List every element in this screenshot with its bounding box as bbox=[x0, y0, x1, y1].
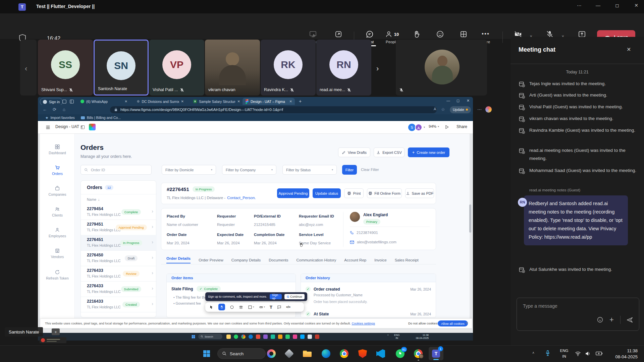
strip-prev-icon[interactable]: ‹ bbox=[25, 64, 27, 73]
frame-tool-icon[interactable] bbox=[239, 305, 243, 309]
deny-cookies-button[interactable]: Do not allow cookies bbox=[408, 321, 437, 325]
sidebar-item-dashboard[interactable]: Dashboard bbox=[41, 144, 74, 155]
emoji-icon[interactable] bbox=[597, 316, 603, 323]
taskbar-search[interactable]: Search bbox=[217, 348, 266, 359]
tray-chevron-up-icon[interactable]: ＾ bbox=[531, 351, 535, 356]
order-row[interactable]: 2276433TL Flex Holdings LLC Review› bbox=[81, 266, 157, 282]
home-icon[interactable]: ⌂ bbox=[63, 107, 65, 112]
pen-tool-icon[interactable] bbox=[230, 305, 234, 309]
chrome-icon[interactable] bbox=[340, 349, 348, 358]
chat-close-icon[interactable]: ✕ bbox=[627, 46, 631, 53]
sidebar-item-companies[interactable]: Companies bbox=[41, 186, 74, 196]
signup-button[interactable]: Sign up bbox=[270, 294, 282, 299]
canvas-scrollbar[interactable] bbox=[469, 204, 471, 233]
text-tool-icon[interactable]: T bbox=[270, 305, 272, 310]
filter-status-select[interactable]: Filter by Status▾ bbox=[282, 165, 337, 175]
figma-zoom-control[interactable]: 94% ▾ bbox=[429, 124, 439, 128]
participant-tile-video[interactable]: vikram chavan bbox=[205, 40, 260, 96]
workspaces-icon[interactable] bbox=[62, 99, 67, 104]
tab-company-details[interactable]: Company Details bbox=[231, 258, 261, 262]
figma-share-button[interactable]: Share bbox=[457, 124, 467, 129]
maximize-icon[interactable]: ◻ bbox=[612, 3, 622, 8]
chrome-profile-icon[interactable] bbox=[414, 349, 423, 358]
participant-tile[interactable]: RN read.ai mee... bbox=[316, 40, 371, 96]
approval-pending-button[interactable]: Approval Pending bbox=[277, 188, 309, 198]
browser-tab-whatsapp[interactable]: (6) WhatsApp✕ bbox=[78, 98, 130, 105]
browser-signin-button[interactable]: Sign in bbox=[40, 98, 63, 106]
participant-tile-selected[interactable]: SN Santosh Narate bbox=[94, 40, 149, 96]
start-button[interactable] bbox=[203, 350, 211, 358]
browser-close-icon[interactable]: ✕ bbox=[467, 99, 470, 103]
address-bar[interactable]: https://www.figma.com/design/9BKQ0FOHRWa… bbox=[110, 106, 437, 113]
copilot-icon[interactable] bbox=[267, 349, 276, 358]
filter-apply-button[interactable]: Filter bbox=[342, 165, 357, 175]
attach-plus-icon[interactable]: + bbox=[609, 315, 614, 324]
refresh-icon[interactable]: ⟳ bbox=[53, 107, 56, 112]
print-button[interactable]: Print bbox=[344, 188, 364, 198]
sidebar-item-employees[interactable]: Employees bbox=[41, 227, 74, 238]
file-explorer-icon[interactable] bbox=[303, 351, 312, 357]
close-tab-icon[interactable]: ✕ bbox=[237, 100, 240, 103]
new-tab-icon[interactable]: + bbox=[299, 99, 302, 104]
vertical-tabs-icon[interactable] bbox=[69, 99, 74, 104]
minimize-icon[interactable]: — bbox=[593, 3, 603, 8]
close-tab-icon[interactable]: ✕ bbox=[289, 100, 292, 103]
move-tool-icon[interactable] bbox=[209, 305, 214, 309]
sidebar-item-orders[interactable]: Orders bbox=[41, 165, 74, 176]
mic-active-icon[interactable] bbox=[545, 350, 551, 357]
order-row[interactable]: 2276433TL Flex Holdings LLC Submitted› bbox=[81, 281, 157, 297]
filter-domicile-select[interactable]: Filter by Domicile▾ bbox=[162, 165, 216, 175]
order-id-search-input[interactable]: Order ID bbox=[80, 165, 152, 175]
favorite-star-icon[interactable]: ☆ bbox=[441, 107, 445, 112]
browser-tab-figma-active[interactable]: Design - UAT – Figma✕ bbox=[243, 98, 295, 105]
order-row[interactable]: 2216433TL Flex Holdings LLC Created› bbox=[81, 297, 157, 312]
sidebar-item-refresh-token[interactable]: Refresh Token bbox=[41, 269, 74, 280]
resources-tool-icon[interactable]: ▾ bbox=[259, 305, 265, 309]
sidebar-item-vendors[interactable]: Vendors bbox=[41, 248, 74, 259]
cookie-close-icon[interactable]: ✕ bbox=[466, 321, 468, 325]
collaborator-avatar[interactable]: A bbox=[415, 124, 422, 131]
close-icon[interactable]: ✕ bbox=[631, 3, 641, 8]
google-continue-button[interactable]: G Continue bbox=[284, 294, 305, 299]
close-tab-icon[interactable]: ✕ bbox=[181, 100, 184, 103]
edge-icon[interactable] bbox=[322, 349, 330, 358]
browser-profile-avatar[interactable] bbox=[485, 106, 492, 113]
titlebar-more-icon[interactable]: ⋯ bbox=[574, 3, 584, 8]
hand-tool-icon-selected[interactable] bbox=[218, 304, 225, 310]
allow-cookies-button[interactable]: Allow all cookies bbox=[438, 320, 468, 326]
cookie-settings-link[interactable]: Cookies settings bbox=[352, 321, 375, 325]
send-icon[interactable] bbox=[626, 316, 633, 323]
add-overlay-button[interactable]: + bbox=[52, 328, 60, 335]
tab-invoice[interactable]: Invoice bbox=[374, 258, 386, 262]
present-play-icon[interactable] bbox=[444, 125, 449, 129]
participant-tile[interactable]: RK Ravindra K... bbox=[261, 40, 316, 96]
wifi-icon[interactable] bbox=[575, 351, 581, 356]
spotlight-tile[interactable] bbox=[396, 40, 487, 96]
bills-folder-item[interactable]: Bills | Billing and Co... bbox=[81, 116, 121, 120]
import-favorites-item[interactable]: ★ Import favorites bbox=[45, 116, 75, 120]
list-column-header[interactable]: Name↓ bbox=[87, 197, 100, 201]
comment-tool-icon[interactable] bbox=[277, 305, 281, 309]
shape-tool-icon[interactable]: ▾ bbox=[248, 305, 254, 309]
clock[interactable]: 11:3808-04-2025 bbox=[605, 348, 638, 360]
battery-icon[interactable] bbox=[596, 351, 602, 356]
clear-filter-button[interactable]: Clear Filter bbox=[361, 168, 379, 172]
tab-communication-history[interactable]: Communication History bbox=[296, 258, 336, 262]
update-status-button[interactable]: Update status bbox=[313, 188, 341, 198]
order-row[interactable]: 2276450TL Flex Holdings LLC Draft› bbox=[81, 250, 157, 266]
participant-tile[interactable]: SS Shivani Sup... bbox=[38, 40, 93, 96]
order-row-selected[interactable]: 2276451TL Flex Holdings LLC In Progress› bbox=[81, 235, 157, 251]
volume-icon[interactable] bbox=[585, 351, 591, 356]
contact-email[interactable]: alex@vstatefilings.com bbox=[357, 240, 396, 244]
tab-account-rep[interactable]: Account Rep bbox=[344, 258, 366, 262]
close-tab-icon[interactable]: ✕ bbox=[125, 100, 127, 103]
chevron-down-icon[interactable]: ▾ bbox=[424, 126, 425, 129]
create-new-order-button[interactable]: + Create new order bbox=[408, 147, 449, 157]
collaborator-avatar[interactable]: S bbox=[408, 124, 416, 131]
order-row[interactable]: 2279451TL Flex Holdings LLC Approval Pen… bbox=[81, 220, 157, 235]
browser-tab-excel[interactable]: X Sample Salary Structure with calc✕ bbox=[191, 98, 243, 105]
sidebar-item-clients[interactable]: Clients bbox=[41, 206, 74, 217]
export-csv-button[interactable]: Export CSV bbox=[374, 147, 405, 157]
figma-file-name[interactable]: Design - UAT ▾ bbox=[55, 124, 83, 129]
tab-order-details[interactable]: Order Details bbox=[166, 256, 191, 263]
